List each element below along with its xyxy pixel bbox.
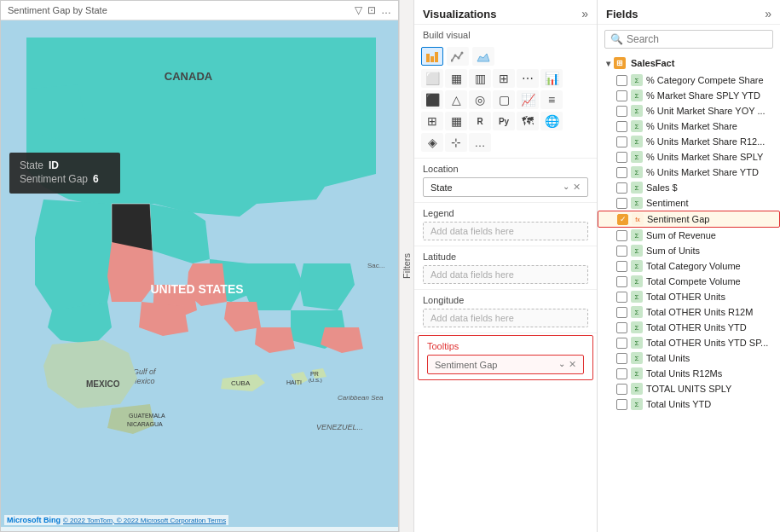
- more-viz-icon[interactable]: …: [469, 133, 491, 152]
- field-checkbox[interactable]: [616, 384, 627, 395]
- map-credit[interactable]: © 2022 TomTom, © 2022 Microsoft Corporat…: [63, 517, 226, 524]
- field-item[interactable]: ΣSentiment: [598, 195, 780, 211]
- map-viz-icon[interactable]: 🗺: [517, 112, 539, 130]
- field-item[interactable]: Σ% Market Share SPLY YTD: [598, 88, 780, 103]
- location-well-value[interactable]: State ⌄ ✕: [423, 177, 588, 197]
- field-type-icon: Σ: [631, 90, 643, 101]
- viz-expand-icon[interactable]: »: [581, 7, 588, 20]
- filter-icon[interactable]: ▽: [355, 4, 362, 16]
- location-well-label: Location: [423, 164, 588, 174]
- field-checkbox[interactable]: ✓: [617, 214, 628, 225]
- field-item[interactable]: Σ% Unit Market Share YOY ...: [598, 103, 780, 119]
- field-checkbox[interactable]: [616, 182, 627, 194]
- r-icon[interactable]: R: [469, 112, 491, 130]
- stacked-bar-icon[interactable]: ⬜: [421, 69, 443, 88]
- scatter-icon[interactable]: ⋯: [517, 69, 539, 88]
- filters-label[interactable]: Filters: [402, 253, 412, 279]
- field-type-icon: Σ: [631, 367, 643, 379]
- map-tooltip: State ID Sentiment Gap 6: [9, 153, 120, 194]
- kpi-icon[interactable]: 📈: [517, 90, 539, 109]
- slicer-icon[interactable]: ≡: [540, 90, 563, 109]
- field-checkbox[interactable]: [616, 121, 627, 132]
- visualizations-panel: Visualizations » Build visual ⬜ ▦ ▥ ⊞ ⋯ …: [414, 0, 598, 532]
- legend-well-placeholder[interactable]: Add data fields here: [423, 222, 588, 240]
- waterfall-icon[interactable]: ⊞: [493, 69, 515, 88]
- area-chart-icon[interactable]: [472, 47, 494, 66]
- field-item[interactable]: Σ% Units Market Share R12...: [598, 134, 780, 149]
- funnel-icon[interactable]: △: [445, 90, 467, 109]
- matrix-icon[interactable]: ▦: [445, 112, 467, 130]
- field-item[interactable]: ΣTotal OTHER Units R12M: [598, 304, 780, 320]
- field-item[interactable]: ΣSales $: [598, 180, 780, 195]
- field-checkbox[interactable]: [616, 338, 627, 349]
- location-remove-icon[interactable]: ✕: [573, 182, 581, 193]
- field-checkbox[interactable]: [616, 136, 627, 147]
- fields-search-input[interactable]: [627, 33, 767, 45]
- usa-label: UNITED STATES: [150, 282, 243, 296]
- field-item[interactable]: ΣTotal Category Volume: [598, 258, 780, 274]
- tooltips-well: Tooltips Sentiment Gap ⌄ ✕: [418, 335, 593, 380]
- treemap-icon[interactable]: ⬛: [421, 90, 443, 109]
- field-item[interactable]: Σ% Units Market Share YTD: [598, 165, 780, 180]
- tooltips-remove-icon[interactable]: ✕: [569, 359, 576, 370]
- field-item-label: % Category Compete Share: [646, 75, 764, 85]
- filters-panel[interactable]: Filters: [399, 0, 414, 532]
- field-item[interactable]: Σ% Units Market Share SPLY: [598, 149, 780, 165]
- table-icon[interactable]: ⊞: [421, 112, 443, 130]
- bar-chart-icon[interactable]: [421, 47, 443, 66]
- field-item[interactable]: ΣSum of Units: [598, 243, 780, 258]
- field-checkbox[interactable]: [616, 276, 627, 287]
- focus-icon[interactable]: ⊡: [367, 4, 376, 16]
- field-checkbox[interactable]: [616, 322, 627, 333]
- longitude-well-placeholder[interactable]: Add data fields here: [423, 309, 588, 327]
- field-type-icon: Σ: [631, 245, 643, 257]
- map-area[interactable]: Gulf of Mexico CANADA UNITED STATES MEXI…: [1, 20, 398, 527]
- field-item[interactable]: ✓fxSentiment Gap: [598, 211, 780, 228]
- field-item[interactable]: ΣTotal Units: [598, 350, 780, 366]
- field-item[interactable]: ΣTotal Units YTD: [598, 396, 780, 412]
- field-checkbox[interactable]: [616, 307, 627, 318]
- field-item[interactable]: ΣTotal Compete Volume: [598, 274, 780, 289]
- clustered-bar-icon[interactable]: ▦: [445, 69, 467, 88]
- field-checkbox[interactable]: [616, 368, 627, 379]
- field-checkbox[interactable]: [616, 75, 627, 86]
- field-item[interactable]: Σ% Category Compete Share: [598, 72, 780, 88]
- filled-map-icon[interactable]: 🌐: [540, 112, 563, 130]
- field-item[interactable]: ΣTOTAL UNITS SPLY: [598, 381, 780, 396]
- fields-table-header[interactable]: ▾ ⊞ SalesFact: [598, 54, 780, 72]
- field-item[interactable]: ΣTotal OTHER Units: [598, 289, 780, 304]
- field-checkbox[interactable]: [616, 399, 627, 410]
- shape-map-icon[interactable]: ◈: [421, 133, 443, 152]
- field-checkbox[interactable]: [616, 261, 627, 272]
- decomp-tree-icon[interactable]: ⊹: [445, 133, 467, 152]
- fields-expand-icon[interactable]: »: [765, 7, 771, 20]
- bar-line-icon[interactable]: 📊: [540, 69, 563, 88]
- field-item[interactable]: ΣSum of Revenue: [598, 228, 780, 243]
- line-chart-icon[interactable]: [447, 47, 469, 66]
- field-item[interactable]: Σ% Units Market Share: [598, 119, 780, 134]
- stacked-col-icon[interactable]: ▥: [469, 69, 491, 88]
- field-checkbox[interactable]: [616, 152, 627, 163]
- python-icon[interactable]: Py: [493, 112, 515, 130]
- caribbean-label: Caribbean Sea: [338, 394, 384, 402]
- tooltips-well-value[interactable]: Sentiment Gap ⌄ ✕: [427, 355, 584, 374]
- field-checkbox[interactable]: [616, 230, 627, 241]
- field-item[interactable]: ΣTotal OTHER Units YTD: [598, 320, 780, 335]
- field-checkbox[interactable]: [616, 90, 627, 101]
- fields-search-bar[interactable]: 🔍: [604, 30, 773, 49]
- field-item[interactable]: ΣTotal OTHER Units YTD SP...: [598, 335, 780, 350]
- field-checkbox[interactable]: [616, 246, 627, 257]
- latitude-well-placeholder[interactable]: Add data fields here: [423, 265, 588, 284]
- gauge-icon[interactable]: ◎: [469, 90, 491, 109]
- field-checkbox[interactable]: [616, 106, 627, 117]
- field-checkbox[interactable]: [616, 198, 627, 209]
- field-item[interactable]: ΣTotal Units R12Ms: [598, 366, 780, 381]
- card-icon[interactable]: ▢: [493, 90, 515, 109]
- field-item-label: Total Category Volume: [646, 261, 741, 271]
- field-checkbox[interactable]: [616, 353, 627, 364]
- field-checkbox[interactable]: [616, 292, 627, 303]
- more-options-icon[interactable]: …: [381, 4, 391, 16]
- svg-point-6: [458, 57, 460, 60]
- field-checkbox[interactable]: [616, 167, 627, 178]
- field-type-icon: Σ: [631, 151, 643, 163]
